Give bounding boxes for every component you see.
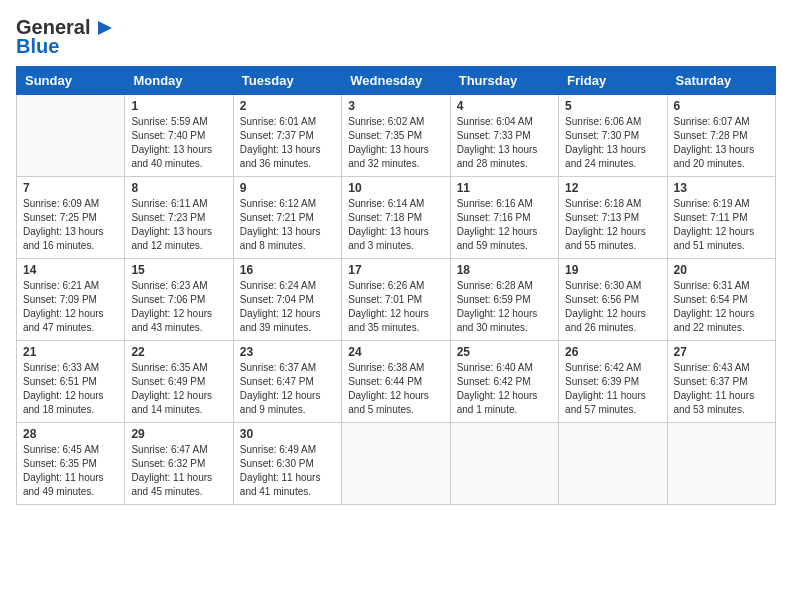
calendar-cell: 26Sunrise: 6:42 AM Sunset: 6:39 PM Dayli…: [559, 341, 667, 423]
day-number: 4: [457, 99, 552, 113]
col-header-saturday: Saturday: [667, 67, 775, 95]
day-info: Sunrise: 6:07 AM Sunset: 7:28 PM Dayligh…: [674, 115, 769, 171]
col-header-wednesday: Wednesday: [342, 67, 450, 95]
calendar-cell: 23Sunrise: 6:37 AM Sunset: 6:47 PM Dayli…: [233, 341, 341, 423]
calendar-cell: 3Sunrise: 6:02 AM Sunset: 7:35 PM Daylig…: [342, 95, 450, 177]
day-number: 16: [240, 263, 335, 277]
calendar-cell: 19Sunrise: 6:30 AM Sunset: 6:56 PM Dayli…: [559, 259, 667, 341]
day-info: Sunrise: 6:38 AM Sunset: 6:44 PM Dayligh…: [348, 361, 443, 417]
day-info: Sunrise: 6:04 AM Sunset: 7:33 PM Dayligh…: [457, 115, 552, 171]
day-info: Sunrise: 6:26 AM Sunset: 7:01 PM Dayligh…: [348, 279, 443, 335]
day-info: Sunrise: 6:35 AM Sunset: 6:49 PM Dayligh…: [131, 361, 226, 417]
day-number: 26: [565, 345, 660, 359]
day-number: 8: [131, 181, 226, 195]
calendar-cell: [450, 423, 558, 505]
col-header-thursday: Thursday: [450, 67, 558, 95]
day-info: Sunrise: 6:06 AM Sunset: 7:30 PM Dayligh…: [565, 115, 660, 171]
day-info: Sunrise: 6:23 AM Sunset: 7:06 PM Dayligh…: [131, 279, 226, 335]
day-info: Sunrise: 6:31 AM Sunset: 6:54 PM Dayligh…: [674, 279, 769, 335]
day-info: Sunrise: 6:49 AM Sunset: 6:30 PM Dayligh…: [240, 443, 335, 499]
calendar-cell: 18Sunrise: 6:28 AM Sunset: 6:59 PM Dayli…: [450, 259, 558, 341]
day-info: Sunrise: 6:33 AM Sunset: 6:51 PM Dayligh…: [23, 361, 118, 417]
day-number: 17: [348, 263, 443, 277]
logo: General Blue: [16, 16, 116, 58]
day-info: Sunrise: 6:28 AM Sunset: 6:59 PM Dayligh…: [457, 279, 552, 335]
day-number: 13: [674, 181, 769, 195]
day-number: 1: [131, 99, 226, 113]
calendar-cell: 6Sunrise: 6:07 AM Sunset: 7:28 PM Daylig…: [667, 95, 775, 177]
calendar-cell: 11Sunrise: 6:16 AM Sunset: 7:16 PM Dayli…: [450, 177, 558, 259]
day-info: Sunrise: 6:45 AM Sunset: 6:35 PM Dayligh…: [23, 443, 118, 499]
day-number: 6: [674, 99, 769, 113]
day-info: Sunrise: 6:01 AM Sunset: 7:37 PM Dayligh…: [240, 115, 335, 171]
col-header-sunday: Sunday: [17, 67, 125, 95]
day-info: Sunrise: 6:16 AM Sunset: 7:16 PM Dayligh…: [457, 197, 552, 253]
calendar-cell: [342, 423, 450, 505]
day-number: 7: [23, 181, 118, 195]
calendar-cell: 24Sunrise: 6:38 AM Sunset: 6:44 PM Dayli…: [342, 341, 450, 423]
col-header-tuesday: Tuesday: [233, 67, 341, 95]
calendar-cell: 25Sunrise: 6:40 AM Sunset: 6:42 PM Dayli…: [450, 341, 558, 423]
calendar-cell: 10Sunrise: 6:14 AM Sunset: 7:18 PM Dayli…: [342, 177, 450, 259]
day-number: 22: [131, 345, 226, 359]
day-number: 12: [565, 181, 660, 195]
calendar-table: SundayMondayTuesdayWednesdayThursdayFrid…: [16, 66, 776, 505]
day-info: Sunrise: 6:09 AM Sunset: 7:25 PM Dayligh…: [23, 197, 118, 253]
day-number: 25: [457, 345, 552, 359]
day-number: 21: [23, 345, 118, 359]
day-info: Sunrise: 6:24 AM Sunset: 7:04 PM Dayligh…: [240, 279, 335, 335]
day-info: Sunrise: 6:02 AM Sunset: 7:35 PM Dayligh…: [348, 115, 443, 171]
day-number: 2: [240, 99, 335, 113]
day-info: Sunrise: 6:11 AM Sunset: 7:23 PM Dayligh…: [131, 197, 226, 253]
day-info: Sunrise: 6:43 AM Sunset: 6:37 PM Dayligh…: [674, 361, 769, 417]
col-header-friday: Friday: [559, 67, 667, 95]
calendar-cell: 20Sunrise: 6:31 AM Sunset: 6:54 PM Dayli…: [667, 259, 775, 341]
day-number: 11: [457, 181, 552, 195]
day-info: Sunrise: 6:42 AM Sunset: 6:39 PM Dayligh…: [565, 361, 660, 417]
calendar-cell: [17, 95, 125, 177]
calendar-cell: 13Sunrise: 6:19 AM Sunset: 7:11 PM Dayli…: [667, 177, 775, 259]
calendar-cell: 16Sunrise: 6:24 AM Sunset: 7:04 PM Dayli…: [233, 259, 341, 341]
day-info: Sunrise: 6:40 AM Sunset: 6:42 PM Dayligh…: [457, 361, 552, 417]
calendar-cell: 1Sunrise: 5:59 AM Sunset: 7:40 PM Daylig…: [125, 95, 233, 177]
svg-marker-0: [98, 21, 112, 35]
day-number: 14: [23, 263, 118, 277]
calendar-cell: 27Sunrise: 6:43 AM Sunset: 6:37 PM Dayli…: [667, 341, 775, 423]
day-number: 9: [240, 181, 335, 195]
day-info: Sunrise: 5:59 AM Sunset: 7:40 PM Dayligh…: [131, 115, 226, 171]
calendar-cell: 15Sunrise: 6:23 AM Sunset: 7:06 PM Dayli…: [125, 259, 233, 341]
title-area: [116, 16, 776, 18]
day-number: 27: [674, 345, 769, 359]
day-number: 19: [565, 263, 660, 277]
calendar-cell: 9Sunrise: 6:12 AM Sunset: 7:21 PM Daylig…: [233, 177, 341, 259]
calendar-cell: 12Sunrise: 6:18 AM Sunset: 7:13 PM Dayli…: [559, 177, 667, 259]
day-number: 15: [131, 263, 226, 277]
day-number: 3: [348, 99, 443, 113]
day-number: 18: [457, 263, 552, 277]
calendar-cell: 22Sunrise: 6:35 AM Sunset: 6:49 PM Dayli…: [125, 341, 233, 423]
calendar-cell: 8Sunrise: 6:11 AM Sunset: 7:23 PM Daylig…: [125, 177, 233, 259]
day-info: Sunrise: 6:19 AM Sunset: 7:11 PM Dayligh…: [674, 197, 769, 253]
day-number: 28: [23, 427, 118, 441]
calendar-cell: 29Sunrise: 6:47 AM Sunset: 6:32 PM Dayli…: [125, 423, 233, 505]
calendar-cell: 5Sunrise: 6:06 AM Sunset: 7:30 PM Daylig…: [559, 95, 667, 177]
day-info: Sunrise: 6:47 AM Sunset: 6:32 PM Dayligh…: [131, 443, 226, 499]
calendar-cell: [559, 423, 667, 505]
day-info: Sunrise: 6:18 AM Sunset: 7:13 PM Dayligh…: [565, 197, 660, 253]
calendar-cell: 14Sunrise: 6:21 AM Sunset: 7:09 PM Dayli…: [17, 259, 125, 341]
calendar-cell: 21Sunrise: 6:33 AM Sunset: 6:51 PM Dayli…: [17, 341, 125, 423]
day-info: Sunrise: 6:37 AM Sunset: 6:47 PM Dayligh…: [240, 361, 335, 417]
day-info: Sunrise: 6:14 AM Sunset: 7:18 PM Dayligh…: [348, 197, 443, 253]
day-info: Sunrise: 6:12 AM Sunset: 7:21 PM Dayligh…: [240, 197, 335, 253]
calendar-cell: [667, 423, 775, 505]
day-number: 10: [348, 181, 443, 195]
calendar-cell: 17Sunrise: 6:26 AM Sunset: 7:01 PM Dayli…: [342, 259, 450, 341]
col-header-monday: Monday: [125, 67, 233, 95]
day-number: 23: [240, 345, 335, 359]
calendar-cell: 30Sunrise: 6:49 AM Sunset: 6:30 PM Dayli…: [233, 423, 341, 505]
day-number: 29: [131, 427, 226, 441]
day-number: 20: [674, 263, 769, 277]
day-number: 5: [565, 99, 660, 113]
day-info: Sunrise: 6:30 AM Sunset: 6:56 PM Dayligh…: [565, 279, 660, 335]
calendar-cell: 4Sunrise: 6:04 AM Sunset: 7:33 PM Daylig…: [450, 95, 558, 177]
